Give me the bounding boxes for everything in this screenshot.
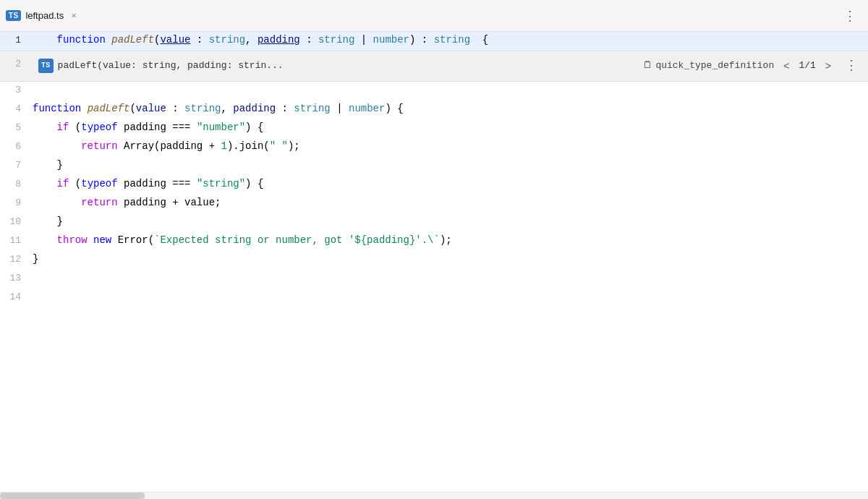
code-line-4: 4 function padLeft(value : string, paddi… — [0, 101, 868, 119]
line-content-5: if (typeof padding === "number") { — [33, 119, 868, 135]
peek-next-button[interactable]: > — [822, 59, 835, 73]
peek-more-button[interactable]: ⋮ — [841, 54, 862, 78]
line-number-3: 3 — [0, 83, 33, 98]
line-number-6: 6 — [0, 140, 33, 155]
line-content-6: return Array(padding + 1).join(" "); — [33, 138, 868, 154]
line-content-7: } — [33, 157, 868, 173]
peek-definition-label: quick_type_definition — [655, 59, 774, 74]
tab-filename: leftpad.ts — [25, 10, 64, 21]
line-number-11: 11 — [0, 234, 33, 249]
line-content-10: } — [33, 213, 868, 229]
line-content-3 — [33, 82, 868, 98]
line-number-10: 10 — [0, 215, 33, 230]
line-content-13 — [33, 270, 868, 286]
code-line-1: 1 function padLeft(value : string, paddi… — [0, 32, 868, 51]
line-number-9: 9 — [0, 196, 33, 211]
code-area[interactable]: 1 function padLeft(value : string, paddi… — [0, 32, 868, 492]
code-line-11: 11 throw new Error(`Expected string or n… — [0, 232, 868, 251]
code-line-2: 2 TS padLeft(value: string, padding: str… — [0, 51, 868, 82]
line-number-2: 2 — [0, 51, 33, 81]
line-number-8: 8 — [0, 177, 33, 192]
line-number-7: 7 — [0, 158, 33, 174]
line-number-14: 14 — [0, 290, 33, 305]
line-content-11: throw new Error(`Expected string or numb… — [33, 232, 868, 248]
peek-ts-badge: TS — [38, 59, 54, 73]
peek-signature: TS padLeft(value: string, padding: strin… — [38, 59, 284, 74]
code-line-9: 9 return padding + value; — [0, 195, 868, 213]
code-line-5: 5 if (typeof padding === "number") { — [0, 119, 868, 138]
line-number-12: 12 — [0, 252, 33, 268]
line-content-8: if (typeof padding === "string") { — [33, 176, 868, 192]
line-content-12: } — [33, 251, 868, 267]
code-line-13: 13 — [0, 270, 868, 289]
line-content-14 — [33, 289, 868, 304]
horizontal-scrollbar[interactable] — [0, 492, 868, 499]
code-line-14: 14 — [0, 289, 868, 307]
peek-widget-header: TS padLeft(value: string, padding: strin… — [33, 51, 868, 81]
code-line-6: 6 return Array(padding + 1).join(" "); — [0, 138, 868, 157]
tab-more-button[interactable]: ⋮ — [838, 5, 862, 27]
line-number-1: 1 — [0, 33, 33, 48]
tab-bar: TS leftpad.ts × ⋮ — [0, 0, 868, 32]
ts-badge: TS — [6, 10, 21, 21]
code-line-10: 10 } — [0, 213, 868, 232]
code-line-3: 3 — [0, 82, 868, 101]
editor-container: 1 function padLeft(value : string, paddi… — [0, 32, 868, 499]
code-line-7: 7 } — [0, 157, 868, 176]
app-window: TS leftpad.ts × ⋮ 1 function padLeft(val… — [0, 0, 868, 499]
line-content-4: function padLeft(value : string, padding… — [33, 101, 868, 116]
peek-sig-text: padLeft(value: string, padding: strin... — [58, 59, 284, 74]
peek-prev-button[interactable]: < — [780, 59, 793, 73]
line-content-9: return padding + value; — [33, 195, 868, 210]
peek-file-icon: 🗒 — [643, 59, 652, 74]
line-content-1: function padLeft(value : string, padding… — [33, 32, 868, 48]
tab-close-button[interactable]: × — [68, 9, 80, 22]
line-number-5: 5 — [0, 121, 33, 136]
code-line-12: 12 } — [0, 251, 868, 270]
tab-item[interactable]: TS leftpad.ts × — [6, 9, 80, 22]
peek-nav-count: 1/1 — [799, 59, 815, 74]
peek-nav-area: 🗒 quick_type_definition < 1/1 > ⋮ — [643, 54, 862, 78]
code-line-8: 8 if (typeof padding === "string") { — [0, 176, 868, 195]
peek-file-ref: 🗒 quick_type_definition — [643, 59, 774, 74]
line-number-4: 4 — [0, 102, 33, 117]
line-number-13: 13 — [0, 271, 33, 286]
